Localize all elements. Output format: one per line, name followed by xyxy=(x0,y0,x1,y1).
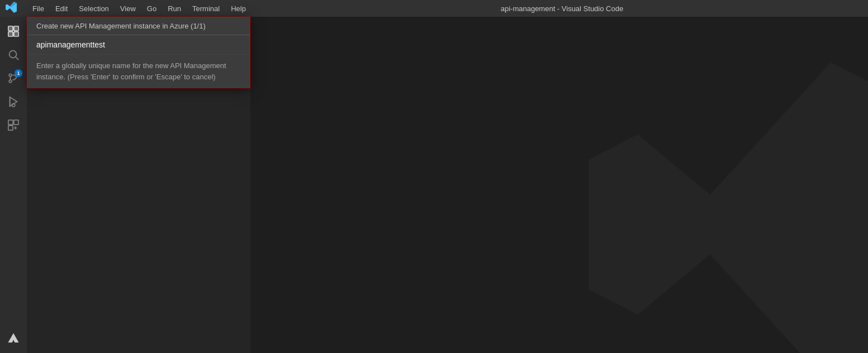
content-area: } ✕ xyxy=(250,17,868,353)
vscode-logo xyxy=(6,2,17,16)
quick-input-title: Create new API Management instance in Az… xyxy=(27,17,250,35)
extensions-activity-icon[interactable] xyxy=(3,115,23,135)
quick-input-box: Create new API Management instance in Az… xyxy=(27,17,250,88)
menu-terminal[interactable]: Terminal xyxy=(188,3,224,14)
svg-rect-12 xyxy=(8,120,13,125)
quick-input-field[interactable] xyxy=(27,35,250,55)
source-control-badge: 1 xyxy=(15,69,22,77)
run-activity-icon[interactable] xyxy=(3,92,23,112)
svg-rect-14 xyxy=(8,126,13,130)
quick-input-overlay: Create new API Management instance in Az… xyxy=(27,17,250,88)
quick-input-hint: Enter a globally unique name for the new… xyxy=(27,55,250,88)
sidebar: AZURE: API MANAGEMENT ↺ ▾ 🔑 ⧖ Create new… xyxy=(27,17,250,353)
menu-selection[interactable]: Selection xyxy=(74,3,113,14)
svg-point-4 xyxy=(10,51,17,58)
azure-activity-icon[interactable] xyxy=(3,328,23,349)
menu-bar: File Edit Selection View Go Run Terminal… xyxy=(28,3,250,14)
menu-help[interactable]: Help xyxy=(226,3,250,14)
menu-go[interactable]: Go xyxy=(143,3,161,14)
activity-bar: 1 xyxy=(0,17,27,353)
menu-view[interactable]: View xyxy=(116,3,140,14)
menu-file[interactable]: File xyxy=(28,3,49,14)
api-instance-name-input[interactable] xyxy=(36,40,241,49)
svg-marker-9 xyxy=(10,97,17,107)
svg-rect-13 xyxy=(14,120,18,125)
svg-point-6 xyxy=(9,80,12,83)
svg-point-7 xyxy=(9,74,12,77)
svg-line-5 xyxy=(16,57,18,60)
source-control-activity-icon[interactable]: 1 xyxy=(3,68,23,88)
menu-edit[interactable]: Edit xyxy=(51,3,72,14)
titlebar: File Edit Selection View Go Run Terminal… xyxy=(0,0,868,17)
window-title: api-management - Visual Studio Code xyxy=(262,4,862,13)
menu-run[interactable]: Run xyxy=(163,3,186,14)
search-activity-icon[interactable] xyxy=(3,45,23,65)
main-layout: 1 AZURE: API MANAGEMENT xyxy=(0,17,868,353)
explorer-activity-icon[interactable] xyxy=(3,21,23,41)
